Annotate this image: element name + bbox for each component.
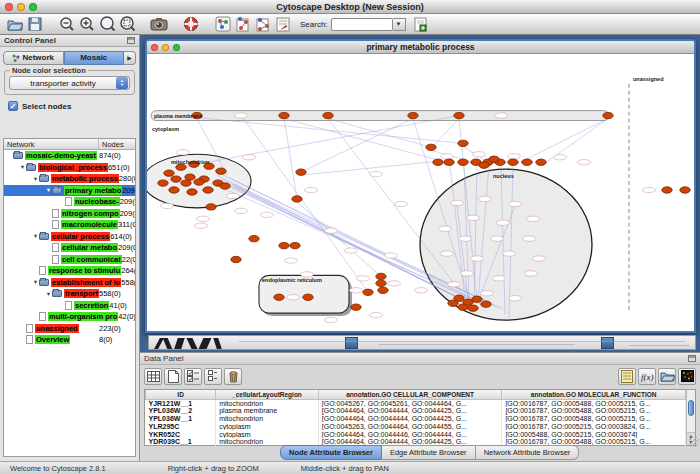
tree-row[interactable]: ▼mosaic-demo-yeast874(0) [4, 150, 135, 162]
network-node[interactable] [220, 183, 230, 189]
network-node[interactable] [376, 280, 386, 286]
tab-network-attribute-browser[interactable]: Network Attribute Browser [476, 445, 580, 460]
zoom-selected-icon[interactable] [118, 15, 136, 33]
network-node[interactable] [216, 168, 226, 174]
network-node[interactable] [489, 156, 499, 162]
expand-arrow-icon[interactable]: ▼ [45, 187, 52, 193]
tree-row[interactable]: ▼nitrogen compo209(0) [4, 208, 135, 220]
network-edge[interactable] [284, 119, 450, 164]
expand-arrow-icon[interactable]: ▼ [45, 291, 52, 297]
tree-row[interactable]: ▼primary metabo209(... [4, 185, 135, 197]
attribute-list-icon[interactable] [204, 368, 222, 385]
network-node[interactable] [185, 174, 195, 180]
network-node[interactable] [181, 180, 191, 186]
network-node[interactable] [433, 159, 443, 165]
table-row[interactable]: YPL036W__1mitochondrion[GO:0044464, GO:0… [146, 415, 686, 423]
tab-node-attribute-browser[interactable]: Node Attribute Browser [280, 445, 382, 460]
network-node[interactable] [508, 159, 518, 165]
tree-row[interactable]: ▼cellular metabo209(0) [4, 242, 135, 254]
tree-row[interactable]: ▼multi-organism pro42(0) [4, 311, 135, 323]
network-node[interactable] [536, 159, 546, 165]
network-node[interactable] [468, 305, 478, 311]
float-data-panel-icon[interactable] [688, 355, 696, 362]
network-node[interactable] [458, 304, 468, 310]
expand-arrow-icon[interactable]: ▼ [19, 164, 26, 170]
layout-icon-b[interactable] [254, 15, 272, 33]
attribute-checklist-icon[interactable] [184, 368, 202, 385]
nucleus-region[interactable] [420, 169, 592, 320]
network-node[interactable] [296, 169, 306, 175]
resize-grip[interactable] [689, 437, 699, 447]
zoom-in-icon[interactable] [78, 15, 96, 33]
tree-row[interactable]: ▼nucleobase-209(0) [4, 196, 135, 208]
tree-row[interactable]: ▼macromolecule311(0) [4, 219, 135, 231]
network-edge[interactable] [328, 119, 431, 148]
tab-edge-attribute-browser[interactable]: Edge Attribute Browser [382, 445, 476, 460]
network-node[interactable] [376, 273, 386, 279]
tree-row[interactable]: ▼metabolic process280(0) [4, 173, 135, 185]
network-node[interactable] [194, 179, 204, 185]
delete-attribute-icon[interactable] [224, 368, 242, 385]
tree-row[interactable]: ▼transport558(0) [4, 288, 135, 300]
layout-icon-a[interactable] [234, 15, 252, 33]
network-node[interactable] [426, 144, 436, 150]
tree-row[interactable]: ▼cellular process614(0) [4, 231, 135, 243]
search-input[interactable] [331, 18, 393, 31]
network-edge[interactable] [542, 119, 608, 166]
tree-column-nodes[interactable]: Nodes [99, 139, 135, 149]
network-node[interactable] [448, 300, 458, 306]
matrix-icon[interactable] [678, 368, 696, 385]
annotation-icon[interactable] [274, 15, 292, 33]
network-node[interactable] [303, 294, 313, 300]
network-node[interactable] [164, 170, 174, 176]
node-color-dropdown[interactable]: transporter activity ▲▼ [9, 76, 130, 90]
select-attributes-icon[interactable] [144, 368, 162, 385]
float-panel-icon[interactable] [127, 37, 135, 44]
background-window-icon[interactable] [345, 337, 358, 349]
network-edge[interactable] [431, 119, 459, 149]
select-nodes-checkbox[interactable]: ✓ [8, 101, 18, 111]
network-canvas[interactable]: plasma membrane cytoplasm mitochondrion … [147, 54, 694, 331]
table-column-header[interactable]: annotation.GO CELLULAR_COMPONENT [318, 390, 502, 399]
network-node[interactable] [203, 187, 213, 193]
scrollbar-thumb[interactable] [688, 400, 694, 416]
network-node[interactable] [323, 112, 333, 118]
expand-arrow-icon[interactable]: ▼ [32, 176, 39, 182]
network-node[interactable] [454, 112, 464, 118]
tab-network[interactable]: Network [3, 51, 64, 65]
network-node[interactable] [472, 296, 482, 302]
network-window-titlebar[interactable]: primary metabolic process [147, 41, 694, 54]
table-column-header[interactable]: annotation.GO MOLECULAR_FUNCTION [502, 390, 686, 399]
network-node[interactable] [187, 189, 197, 195]
import-attributes-icon[interactable] [658, 368, 676, 385]
open-session-icon[interactable] [6, 15, 24, 33]
plugin-icon[interactable] [412, 15, 430, 33]
network-node[interactable] [458, 140, 468, 146]
network-node[interactable] [279, 112, 289, 118]
tree-row[interactable]: ▼biological_process651(0) [4, 162, 135, 174]
help-icon[interactable] [182, 15, 200, 33]
tab-overflow-button[interactable]: ▶ [124, 51, 136, 65]
table-row[interactable]: YKR052Ccytoplasm[GO:0044464, GO:0044446,… [146, 430, 686, 438]
new-attribute-icon[interactable] [164, 368, 182, 385]
expand-arrow-icon[interactable]: ▼ [32, 279, 39, 285]
table-row[interactable]: YPL036W__2plasma membrane[GO:0044464, GO… [146, 407, 686, 415]
network-edge[interactable] [284, 119, 297, 199]
network-node[interactable] [363, 289, 373, 295]
tree-row[interactable]: ▼Overview8(0) [4, 334, 135, 346]
zoom-out-icon[interactable] [58, 15, 76, 33]
tree-row[interactable]: ▼unassigned223(0) [4, 323, 135, 335]
snapshot-icon[interactable] [150, 15, 168, 33]
tab-mosaic[interactable]: Mosaic [64, 51, 125, 65]
tree-row[interactable]: ▼secretion41(0) [4, 300, 135, 312]
table-row[interactable]: YLR295Ccytoplasm[GO:0045263, GO:0044464,… [146, 422, 686, 430]
network-node[interactable] [279, 242, 289, 248]
network-edge[interactable] [181, 116, 459, 168]
network-node[interactable] [158, 180, 168, 186]
network-node[interactable] [206, 204, 216, 210]
background-window-icon[interactable] [601, 337, 614, 349]
zoom-fit-icon[interactable] [98, 15, 116, 33]
network-node[interactable] [680, 187, 690, 193]
vizmapper-icon[interactable] [214, 15, 232, 33]
network-node[interactable] [408, 112, 418, 118]
